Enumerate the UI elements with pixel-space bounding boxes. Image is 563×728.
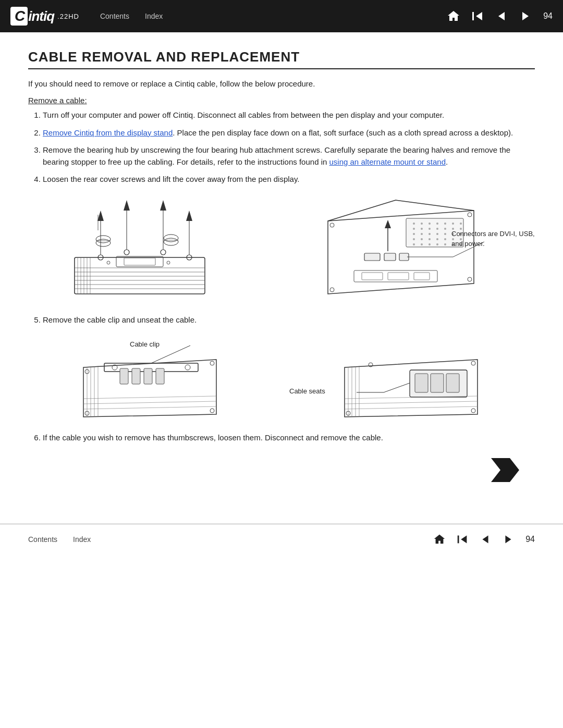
figure-bearing-hub: [28, 195, 251, 304]
svg-point-38: [413, 223, 415, 225]
svg-point-44: [460, 223, 462, 225]
step-3-text-after: .: [446, 157, 448, 166]
svg-rect-100: [132, 368, 140, 384]
svg-point-21: [161, 250, 166, 255]
svg-marker-20: [124, 200, 130, 211]
step-2-text-after: . Place the pen display face down on a f…: [173, 128, 513, 137]
svg-line-122: [345, 401, 478, 404]
step-3: Remove the bearing hub by unscrewing the…: [43, 144, 535, 168]
svg-rect-1: [75, 257, 205, 294]
svg-marker-126: [491, 458, 519, 482]
next-page-icon[interactable]: [516, 7, 535, 26]
svg-point-69: [436, 243, 438, 245]
footer-icons: 94: [431, 530, 535, 548]
step-5: Remove the cable clip and unseat the cab…: [43, 314, 535, 326]
steps-list-2: Remove the cable clip and unseat the cab…: [43, 314, 535, 326]
svg-point-105: [210, 409, 214, 413]
figure-cable-seats: Cable seats: [289, 331, 535, 422]
step-1: Turn off your computer and power off Cin…: [43, 109, 535, 121]
svg-rect-82: [354, 270, 437, 282]
header-contents-link[interactable]: Contents: [100, 12, 129, 20]
svg-point-98: [185, 365, 190, 370]
svg-point-66: [413, 243, 415, 245]
svg-point-28: [167, 261, 170, 264]
svg-point-49: [444, 228, 446, 230]
step-5-text: Remove the cable clip and unseat the cab…: [43, 315, 197, 324]
next-page-icon-footer[interactable]: [499, 530, 517, 548]
svg-line-93: [83, 396, 216, 399]
svg-rect-30: [124, 258, 155, 265]
svg-rect-115: [431, 374, 444, 392]
home-icon-footer[interactable]: [431, 530, 448, 548]
cable-clip-label: Cable clip: [130, 340, 160, 348]
svg-point-47: [429, 228, 431, 230]
figure-cable-clip: Cable clip: [28, 331, 274, 422]
svg-point-78: [330, 223, 334, 227]
logo-c: C: [10, 7, 28, 26]
svg-point-55: [436, 233, 438, 235]
svg-point-118: [471, 361, 475, 365]
svg-rect-73: [364, 253, 380, 261]
svg-point-48: [436, 228, 438, 230]
prev-page-icon-footer[interactable]: [476, 530, 494, 548]
svg-line-107: [151, 346, 190, 363]
footer-nav: Contents Index: [28, 535, 431, 544]
svg-rect-127: [458, 536, 459, 544]
connector-label: Connectors are DVI-I, USB, and power.: [451, 229, 535, 249]
svg-point-63: [444, 238, 446, 240]
svg-point-53: [421, 233, 423, 235]
svg-point-67: [421, 243, 423, 245]
logo-intiq: intiq: [28, 8, 54, 24]
page-header: Cintiq.22HD Contents Index 94: [0, 0, 563, 32]
svg-marker-23: [160, 200, 166, 211]
svg-rect-84: [388, 273, 409, 280]
figures-row-2: Cable clip: [28, 331, 535, 422]
svg-point-61: [429, 238, 431, 240]
footer-index-link[interactable]: Index: [73, 535, 91, 544]
header-index-link[interactable]: Index: [145, 12, 163, 20]
first-page-icon-footer[interactable]: [454, 530, 471, 548]
remove-cable-label: Remove a cable:: [28, 96, 535, 105]
svg-point-18: [124, 250, 129, 255]
next-page-arrow[interactable]: [491, 458, 519, 482]
svg-rect-85: [414, 273, 430, 280]
step-6-text: If the cable you wish to remove has thum…: [43, 433, 383, 442]
svg-line-123: [345, 406, 478, 409]
svg-point-79: [468, 213, 472, 217]
alternate-mount-link[interactable]: using an alternate mount or stand: [329, 157, 446, 166]
svg-rect-99: [120, 368, 128, 384]
step-1-text: Turn off your computer and power off Cin…: [43, 110, 444, 119]
svg-point-59: [413, 238, 415, 240]
svg-marker-26: [186, 211, 192, 221]
svg-point-43: [452, 223, 454, 225]
svg-line-94: [83, 401, 216, 404]
header-page-number: 94: [543, 11, 553, 21]
svg-point-54: [429, 233, 431, 235]
svg-point-68: [429, 243, 431, 245]
step-2: Remove Cintiq from the display stand. Pl…: [43, 127, 535, 139]
svg-point-62: [436, 238, 438, 240]
svg-line-95: [83, 406, 216, 409]
svg-marker-16: [97, 211, 104, 221]
svg-point-70: [444, 243, 446, 245]
remove-cintiq-link[interactable]: Remove Cintiq from the display stand: [43, 128, 173, 137]
prev-page-icon[interactable]: [492, 7, 511, 26]
svg-rect-102: [156, 368, 164, 384]
svg-point-27: [107, 261, 110, 264]
footer-contents-link[interactable]: Contents: [28, 535, 57, 544]
figure-back-panel: Connectors are DVI-I, USB, and power.: [267, 195, 535, 304]
logo-model: .22HD: [57, 13, 79, 20]
figures-row-1: Connectors are DVI-I, USB, and power.: [28, 195, 535, 304]
svg-point-52: [413, 233, 415, 235]
svg-rect-116: [446, 374, 459, 392]
cable-seats-label: Cable seats: [289, 387, 325, 395]
first-page-icon[interactable]: [468, 7, 487, 26]
svg-point-40: [429, 223, 431, 225]
svg-rect-114: [415, 374, 428, 392]
step-4-text: Loosen the rear cover screws and lift th…: [43, 175, 299, 183]
svg-rect-0: [472, 12, 474, 20]
intro-paragraph: If you should need to remove or replace …: [28, 78, 535, 90]
svg-line-124: [384, 383, 410, 392]
home-icon[interactable]: [444, 7, 463, 26]
svg-point-45: [413, 228, 415, 230]
